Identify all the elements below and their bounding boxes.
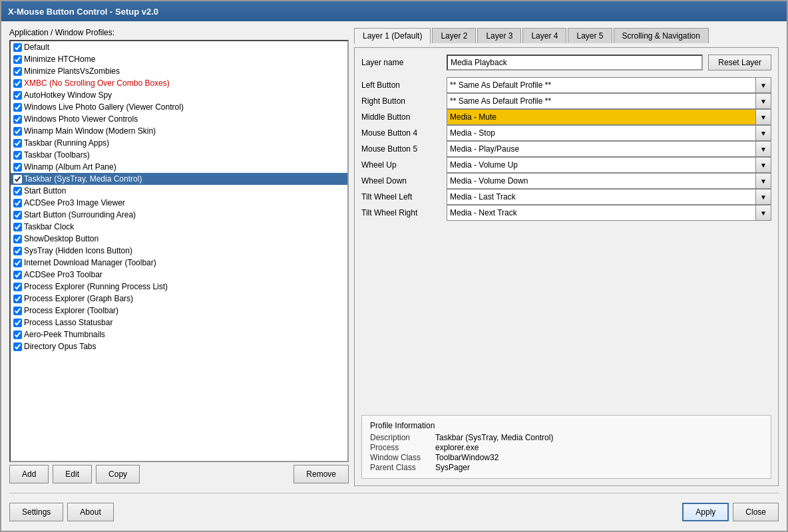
button-row-left_button: Left Button** Same As Default Profile **… xyxy=(361,77,771,93)
list-item[interactable]: Start Button xyxy=(11,185,347,197)
content-area: Application / Window Profiles: DefaultMi… xyxy=(1,21,787,531)
profile-checkbox[interactable] xyxy=(13,307,22,315)
left-panel: Application / Window Profiles: DefaultMi… xyxy=(9,28,349,486)
profile-checkbox[interactable] xyxy=(13,247,22,255)
main-section: Application / Window Profiles: DefaultMi… xyxy=(9,28,779,486)
layer-name-input[interactable] xyxy=(447,55,703,70)
profile-label: Directory Opus Tabs xyxy=(24,342,97,351)
dropdown-left_button[interactable]: ** Same As Default Profile ** xyxy=(447,77,771,93)
tab-content: Layer name Reset Layer Left Button** Sam… xyxy=(354,47,779,486)
profile-checkbox[interactable] xyxy=(13,319,22,327)
list-item[interactable]: Aero-Peek Thumbnails xyxy=(11,329,347,340)
settings-button[interactable]: Settings xyxy=(9,503,63,521)
button-row-wheel_up: Wheel UpMedia - Volume Up▼ xyxy=(361,157,771,173)
tab-layer3[interactable]: Layer 3 xyxy=(477,28,521,43)
profile-checkbox[interactable] xyxy=(13,342,22,351)
profile-checkbox[interactable] xyxy=(13,283,22,291)
profile-checkbox[interactable] xyxy=(13,139,22,148)
profile-label: Taskbar (SysTray, Media Control) xyxy=(24,174,142,184)
list-item[interactable]: ACDSee Pro3 Image Viewer xyxy=(11,197,347,209)
dropdown-right_button[interactable]: ** Same As Default Profile ** xyxy=(447,93,771,109)
button-rows: Left Button** Same As Default Profile **… xyxy=(361,77,771,221)
list-item[interactable]: Process Explorer (Graph Bars) xyxy=(11,293,347,305)
profile-checkbox[interactable] xyxy=(13,103,22,112)
profile-checkbox[interactable] xyxy=(13,223,22,231)
profile-label: ACDSee Pro3 Image Viewer xyxy=(24,198,125,207)
add-button[interactable]: Add xyxy=(9,465,49,483)
list-item[interactable]: Taskbar (Running Apps) xyxy=(11,137,347,149)
profile-checkbox[interactable] xyxy=(13,259,22,267)
profile-checkbox[interactable] xyxy=(13,199,22,207)
profile-checkbox[interactable] xyxy=(13,79,22,88)
info-value: ToolbarWindow32 xyxy=(435,453,498,462)
profile-checkbox[interactable] xyxy=(13,211,22,219)
button-row-tilt_wheel_right: Tilt Wheel RightMedia - Next Track▼ xyxy=(361,205,771,221)
remove-button[interactable]: Remove xyxy=(294,465,349,483)
copy-button[interactable]: Copy xyxy=(96,465,140,483)
list-item[interactable]: Default xyxy=(11,41,347,53)
profile-checkbox[interactable] xyxy=(13,175,22,184)
list-item[interactable]: Minimize HTCHome xyxy=(11,53,347,65)
tab-scrolling[interactable]: Scrolling & Navigation xyxy=(614,28,709,43)
list-item[interactable]: XMBC (No Scrolling Over Combo Boxes) xyxy=(11,77,347,89)
profile-checkbox[interactable] xyxy=(13,67,22,76)
list-item[interactable]: Minimize PlantsVsZombies xyxy=(11,65,347,77)
tabs-row: Layer 1 (Default)Layer 2Layer 3Layer 4La… xyxy=(354,28,779,43)
profile-checkbox[interactable] xyxy=(13,331,22,339)
list-item[interactable]: ACDSee Pro3 Toolbar xyxy=(11,269,347,281)
profile-info-row: Window ClassToolbarWindow32 xyxy=(370,453,763,462)
profile-checkbox[interactable] xyxy=(13,127,22,136)
list-item[interactable]: SysTray (Hidden Icons Button) xyxy=(11,245,347,257)
dropdown-wheel_up[interactable]: Media - Volume Up xyxy=(447,157,771,173)
about-button[interactable]: About xyxy=(67,503,113,521)
list-item[interactable]: Taskbar (Toolbars) xyxy=(11,149,347,161)
dropdown-tilt_wheel_left[interactable]: Media - Last Track xyxy=(447,189,771,205)
tab-layer4[interactable]: Layer 4 xyxy=(522,28,566,43)
dropdown-wheel_down[interactable]: Media - Volume Down xyxy=(447,173,771,189)
list-item[interactable]: AutoHotkey Window Spy xyxy=(11,89,347,101)
profile-checkbox[interactable] xyxy=(13,271,22,279)
dropdown-tilt_wheel_right[interactable]: Media - Next Track xyxy=(447,205,771,221)
list-item[interactable]: Process Lasso Statusbar xyxy=(11,317,347,329)
list-item[interactable]: Winamp (Album Art Pane) xyxy=(11,161,347,173)
profile-label: Taskbar (Running Apps) xyxy=(24,138,109,148)
profile-label: Internet Download Manager (Toolbar) xyxy=(24,258,156,267)
profile-checkbox[interactable] xyxy=(13,235,22,243)
list-item[interactable]: Windows Live Photo Gallery (Viewer Contr… xyxy=(11,101,347,113)
list-item[interactable]: Windows Photo Viewer Controls xyxy=(11,113,347,125)
list-item[interactable]: ShowDesktop Button xyxy=(11,233,347,245)
profile-checkbox[interactable] xyxy=(13,163,22,172)
tab-layer5[interactable]: Layer 5 xyxy=(568,28,612,43)
list-item[interactable]: Internet Download Manager (Toolbar) xyxy=(11,257,347,269)
profile-buttons: Add Edit Copy Remove xyxy=(9,462,349,486)
info-key: Process xyxy=(370,443,430,452)
profile-label: Aero-Peek Thumbnails xyxy=(24,330,105,339)
profile-checkbox[interactable] xyxy=(13,187,22,196)
dropdown-mouse_button_5[interactable]: Media - Play/Pause xyxy=(447,141,771,157)
dropdown-middle_button[interactable]: Media - Mute xyxy=(447,109,771,125)
profile-checkbox[interactable] xyxy=(13,295,22,303)
profiles-list-container: DefaultMinimize HTCHomeMinimize PlantsVs… xyxy=(9,40,349,462)
profile-label: Start Button xyxy=(24,186,66,196)
profiles-list[interactable]: DefaultMinimize HTCHomeMinimize PlantsVs… xyxy=(11,41,347,461)
list-item[interactable]: Directory Opus Tabs xyxy=(11,340,347,352)
dropdown-mouse_button_4[interactable]: Media - Stop xyxy=(447,125,771,141)
apply-button[interactable]: Apply xyxy=(682,503,729,521)
profile-checkbox[interactable] xyxy=(13,115,22,124)
list-item[interactable]: Process Explorer (Running Process List) xyxy=(11,281,347,293)
button-label-mouse_button_5: Mouse Button 5 xyxy=(361,144,441,154)
edit-button[interactable]: Edit xyxy=(53,465,92,483)
list-item[interactable]: Taskbar Clock xyxy=(11,221,347,233)
profile-checkbox[interactable] xyxy=(13,55,22,64)
list-item[interactable]: Start Button (Surrounding Area) xyxy=(11,209,347,221)
profile-checkbox[interactable] xyxy=(13,91,22,100)
list-item[interactable]: Taskbar (SysTray, Media Control) xyxy=(11,173,347,185)
close-button[interactable]: Close xyxy=(733,503,779,521)
profile-checkbox[interactable] xyxy=(13,151,22,160)
list-item[interactable]: Process Explorer (Toolbar) xyxy=(11,305,347,317)
tab-layer2[interactable]: Layer 2 xyxy=(432,28,476,43)
reset-layer-button[interactable]: Reset Layer xyxy=(708,55,771,70)
list-item[interactable]: Winamp Main Window (Modern Skin) xyxy=(11,125,347,137)
tab-layer1[interactable]: Layer 1 (Default) xyxy=(354,28,431,44)
profile-checkbox[interactable] xyxy=(13,43,22,52)
